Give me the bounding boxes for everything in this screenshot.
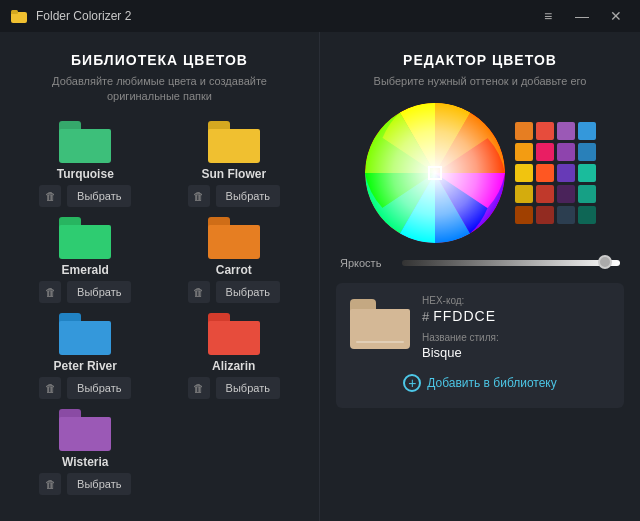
hex-row: # FFDDCE <box>422 308 610 324</box>
close-button[interactable]: ✕ <box>602 5 630 27</box>
brightness-row: Яркость <box>336 257 624 269</box>
swatch-6[interactable] <box>557 143 575 161</box>
swatch-18[interactable] <box>557 206 575 224</box>
select-button-alizarin[interactable]: Выбрать <box>216 377 280 399</box>
delete-button-carrot[interactable]: 🗑 <box>188 281 210 303</box>
color-fields: HEX-код: # FFDDCE Название стиля: Bisque <box>422 295 610 360</box>
folder-icon-sunflower <box>208 121 260 163</box>
color-item-wisteria: Wisteria 🗑 Выбрать <box>16 409 155 495</box>
color-actions-turquoise: 🗑 Выбрать <box>39 185 131 207</box>
folder-body <box>59 129 111 163</box>
color-name-carrot: Carrot <box>216 263 252 277</box>
hex-value[interactable]: FFDDCE <box>433 308 496 324</box>
color-name-emerald: Emerald <box>62 263 109 277</box>
swatch-16[interactable] <box>515 206 533 224</box>
swatch-12[interactable] <box>515 185 533 203</box>
color-name-sunflower: Sun Flower <box>201 167 266 181</box>
add-label: Добавить в библиотеку <box>427 376 557 390</box>
color-swatches <box>515 122 596 224</box>
slider-thumb[interactable] <box>598 255 612 269</box>
color-wheel[interactable] <box>365 103 505 243</box>
color-item-turquoise: Turquoise 🗑 Выбрать <box>16 121 155 207</box>
color-preview-row: HEX-код: # FFDDCE Название стиля: Bisque <box>350 295 610 360</box>
style-label: Название стиля: <box>422 332 610 343</box>
color-actions-wisteria: 🗑 Выбрать <box>39 473 131 495</box>
color-name-peterriver: Peter River <box>54 359 117 373</box>
delete-button-alizarin[interactable]: 🗑 <box>188 377 210 399</box>
swatch-7[interactable] <box>578 143 596 161</box>
menu-button[interactable]: ≡ <box>534 5 562 27</box>
svg-point-7 <box>365 103 505 243</box>
select-button-peterriver[interactable]: Выбрать <box>67 377 131 399</box>
swatch-14[interactable] <box>557 185 575 203</box>
swatch-11[interactable] <box>578 164 596 182</box>
color-name-alizarin: Alizarin <box>212 359 255 373</box>
swatch-5[interactable] <box>536 143 554 161</box>
delete-button-sunflower[interactable]: 🗑 <box>188 185 210 207</box>
color-editor-bottom: HEX-код: # FFDDCE Название стиля: Bisque… <box>336 283 624 408</box>
select-button-carrot[interactable]: Выбрать <box>216 281 280 303</box>
hash-sign: # <box>422 309 429 324</box>
color-actions-carrot: 🗑 Выбрать <box>188 281 280 303</box>
style-name: Bisque <box>422 345 610 360</box>
folder-icon-peterriver <box>59 313 111 355</box>
folder-icon-wisteria <box>59 409 111 451</box>
folder-body <box>208 225 260 259</box>
color-actions-emerald: 🗑 Выбрать <box>39 281 131 303</box>
minimize-button[interactable]: — <box>568 5 596 27</box>
swatch-0[interactable] <box>515 122 533 140</box>
swatch-9[interactable] <box>536 164 554 182</box>
hex-label: HEX-код: <box>422 295 610 306</box>
swatch-2[interactable] <box>557 122 575 140</box>
color-name-turquoise: Turquoise <box>57 167 114 181</box>
brightness-label: Яркость <box>340 257 392 269</box>
add-circle-icon: + <box>403 374 421 392</box>
delete-button-turquoise[interactable]: 🗑 <box>39 185 61 207</box>
editor-subtitle: Выберите нужный оттенок и добавьте его <box>336 74 624 89</box>
swatch-13[interactable] <box>536 185 554 203</box>
hue-wheel-visual <box>365 103 505 243</box>
select-button-emerald[interactable]: Выбрать <box>67 281 131 303</box>
select-button-turquoise[interactable]: Выбрать <box>67 185 131 207</box>
delete-button-peterriver[interactable]: 🗑 <box>39 377 61 399</box>
add-to-library-button[interactable]: + Добавить в библиотеку <box>350 370 610 396</box>
brightness-slider[interactable] <box>402 260 620 266</box>
folder-icon-turquoise <box>59 121 111 163</box>
folder-icon-alizarin <box>208 313 260 355</box>
color-grid: Turquoise 🗑 Выбрать Sun Flower 🗑 Выбрать… <box>16 121 303 495</box>
folder-icon-emerald <box>59 217 111 259</box>
color-actions-peterriver: 🗑 Выбрать <box>39 377 131 399</box>
folder-body <box>59 321 111 355</box>
main-content: БИБЛИОТЕКА ЦВЕТОВ Добавляйте любимые цве… <box>0 32 640 521</box>
swatch-10[interactable] <box>557 164 575 182</box>
swatch-17[interactable] <box>536 206 554 224</box>
folder-body <box>59 225 111 259</box>
app-icon <box>10 7 28 25</box>
swatch-4[interactable] <box>515 143 533 161</box>
color-item-emerald: Emerald 🗑 Выбрать <box>16 217 155 303</box>
color-name-wisteria: Wisteria <box>62 455 109 469</box>
app-title: Folder Colorizer 2 <box>36 9 534 23</box>
color-actions-sunflower: 🗑 Выбрать <box>188 185 280 207</box>
swatch-19[interactable] <box>578 206 596 224</box>
swatch-15[interactable] <box>578 185 596 203</box>
swatch-3[interactable] <box>578 122 596 140</box>
select-button-sunflower[interactable]: Выбрать <box>216 185 280 207</box>
folder-body <box>208 321 260 355</box>
folder-preview-body <box>350 309 410 349</box>
color-item-peterriver: Peter River 🗑 Выбрать <box>16 313 155 399</box>
select-button-wisteria[interactable]: Выбрать <box>67 473 131 495</box>
delete-button-emerald[interactable]: 🗑 <box>39 281 61 303</box>
delete-button-wisteria[interactable]: 🗑 <box>39 473 61 495</box>
folder-icon-carrot <box>208 217 260 259</box>
color-editor-panel: РЕДАКТОР ЦВЕТОВ Выберите нужный оттенок … <box>320 32 640 521</box>
swatch-1[interactable] <box>536 122 554 140</box>
color-actions-alizarin: 🗑 Выбрать <box>188 377 280 399</box>
color-item-carrot: Carrot 🗑 Выбрать <box>165 217 304 303</box>
color-library-panel: БИБЛИОТЕКА ЦВЕТОВ Добавляйте любимые цве… <box>0 32 320 521</box>
window-controls: ≡ — ✕ <box>534 5 630 27</box>
folder-preview <box>350 299 410 349</box>
swatch-8[interactable] <box>515 164 533 182</box>
folder-body <box>59 417 111 451</box>
folder-shine <box>356 341 404 343</box>
